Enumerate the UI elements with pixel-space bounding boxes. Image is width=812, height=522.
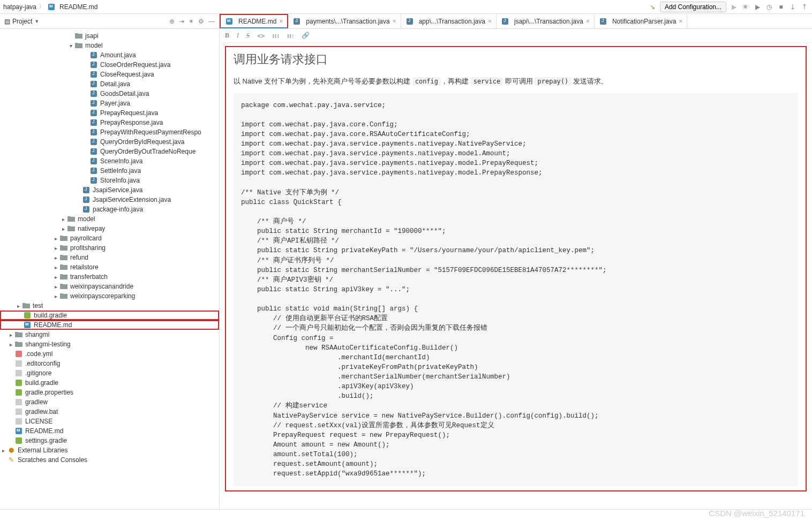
expand-icon[interactable]: ▸	[52, 255, 59, 261]
tree-folder[interactable]: ▸test	[0, 301, 219, 311]
editor-tab[interactable]: jsapi\...\Transaction.java×	[497, 14, 595, 28]
tree-label: gradlew.bat	[25, 408, 58, 415]
hide-icon[interactable]: —	[208, 18, 215, 25]
sidebar-title[interactable]: ▤ Project ▼	[4, 18, 169, 25]
breadcrumb-file[interactable]: README.md	[47, 3, 97, 11]
tree-file[interactable]: build.gradle	[0, 311, 219, 320]
tree-java-file[interactable]: Detail.java	[0, 79, 219, 89]
breadcrumb-project[interactable]: hatpay-java	[3, 3, 36, 11]
git-push-icon[interactable]: ⤒	[800, 3, 809, 11]
tree-java-file[interactable]: QueryOrderByIdRequest.java	[0, 137, 219, 147]
h1-button[interactable]: H1	[272, 33, 279, 39]
tree-file[interactable]: gradle.properties	[0, 388, 219, 397]
expand-icon[interactable]: ▸	[0, 448, 7, 453]
file-icon	[89, 177, 98, 184]
close-icon[interactable]: ×	[279, 18, 283, 25]
tree-java-file[interactable]: SceneInfo.java	[0, 156, 219, 166]
tree-folder[interactable]: ▸model	[0, 214, 219, 224]
expand-icon[interactable]: ▸	[52, 274, 59, 280]
run-icon[interactable]: ▶	[730, 3, 738, 11]
tree-file[interactable]: README.md	[0, 320, 219, 330]
profile-icon[interactable]: ◷	[765, 3, 773, 11]
tree-folder[interactable]: ▸nativepay	[0, 224, 219, 233]
tree-file[interactable]: gradlew	[0, 397, 219, 407]
tree-java-file[interactable]: Amount.java	[0, 50, 219, 60]
collapse-icon[interactable]: ✶	[189, 18, 194, 25]
tree-scratches[interactable]: ✎Scratches and Consoles	[0, 455, 219, 465]
tree-file[interactable]: .gitignore	[0, 368, 219, 378]
tree-java-file[interactable]: PrepayWithRequestPaymentRespo	[0, 127, 219, 137]
coverage-icon[interactable]: ▶	[753, 3, 762, 11]
expand-icon[interactable]: ▸	[52, 284, 59, 290]
tree-java-file[interactable]: Payer.java	[0, 99, 219, 108]
tree-file[interactable]: gradlew.bat	[0, 407, 219, 417]
tree-folder[interactable]: ▸retailstore	[0, 262, 219, 272]
expand-icon[interactable]: ▸	[15, 303, 22, 309]
tree-folder[interactable]: ▸weixinpayscoreparking	[0, 291, 219, 301]
tree-folder-model[interactable]: ▾model	[0, 41, 219, 50]
tree-java-file[interactable]: JsapiService.java	[0, 185, 219, 195]
tree-java-file[interactable]: StoreInfo.java	[0, 176, 219, 185]
code-button[interactable]: <>	[257, 32, 265, 40]
tree-external-libraries[interactable]: ▸⬢External Libraries	[0, 445, 219, 455]
tree-folder[interactable]: ▸shangmi-testing	[0, 339, 219, 349]
doc-paragraph: 以 Native 支付下单为例，先补充商户号等必要参数以构建 config，再构…	[234, 75, 798, 88]
top-bar: hatpay-java 〉 README.md ↘ Add Configurat…	[0, 0, 812, 14]
code-block: package com.wechat.pay.java.service; imp…	[234, 93, 798, 487]
tree-java-file[interactable]: GoodsDetail.java	[0, 89, 219, 99]
expand-icon[interactable]: ▸	[52, 236, 59, 241]
tree-java-file[interactable]: CloseRequest.java	[0, 70, 219, 79]
tree-java-file[interactable]: QueryOrderByOutTradeNoReque	[0, 147, 219, 156]
tree-folder[interactable]: ▸shangmi	[0, 330, 219, 339]
link-button[interactable]: 🔗	[302, 32, 310, 40]
tree-java-file[interactable]: SettleInfo.java	[0, 166, 219, 176]
tree-folder[interactable]: ▸refund	[0, 253, 219, 262]
tree-file[interactable]: README.md	[0, 426, 219, 436]
tree-java-file[interactable]: CloseOrderRequest.java	[0, 60, 219, 70]
tree-folder[interactable]: ▸weixinpayscanandride	[0, 282, 219, 291]
git-pull-icon[interactable]: ⤓	[788, 3, 797, 11]
tree-folder-jsapi[interactable]: jsapi	[0, 31, 219, 41]
strike-button[interactable]: S	[246, 32, 250, 40]
close-icon[interactable]: ×	[586, 18, 590, 25]
expand-icon[interactable]: ▸	[60, 216, 67, 222]
tree-file[interactable]: build.gradle	[0, 378, 219, 388]
h1up-button[interactable]: H↑	[287, 33, 294, 39]
tree-file[interactable]: LICENSE	[0, 417, 219, 426]
editor-tab[interactable]: app\...\Transaction.java×	[401, 14, 497, 28]
expand-icon[interactable]: ▸	[7, 332, 14, 338]
expand-icon[interactable]: ▸	[60, 226, 67, 232]
build-icon[interactable]: ↘	[648, 3, 657, 11]
tree-java-file[interactable]: JsapiServiceExtension.java	[0, 195, 219, 205]
expand-icon[interactable]: ▸	[52, 245, 59, 251]
tree-java-file[interactable]: PrepayResponse.java	[0, 118, 219, 127]
file-icon	[14, 437, 23, 444]
tree-java-file[interactable]: package-info.java	[0, 205, 219, 214]
editor-tab[interactable]: payments\...\Transaction.java×	[288, 14, 401, 28]
expand-icon[interactable]: ▸	[52, 264, 59, 270]
tree-file[interactable]: .editorconfig	[0, 359, 219, 368]
file-icon	[23, 312, 32, 319]
tree-folder[interactable]: ▸profitsharing	[0, 243, 219, 253]
expand-icon[interactable]: ▸	[52, 293, 59, 299]
close-icon[interactable]: ×	[393, 18, 396, 25]
tree-java-file[interactable]: PrepayRequest.java	[0, 108, 219, 118]
settings-icon[interactable]: ⚙	[198, 18, 204, 25]
expand-icon[interactable]: ⇥	[179, 18, 184, 25]
tree-file[interactable]: settings.gradle	[0, 436, 219, 445]
expand-icon[interactable]: ▾	[67, 43, 74, 49]
select-file-icon[interactable]: ⊕	[169, 18, 175, 25]
editor-tab[interactable]: NotificationParser.java×	[595, 14, 687, 28]
stop-icon[interactable]: ■	[777, 3, 785, 11]
add-configuration-button[interactable]: Add Configuration...	[660, 2, 726, 12]
close-icon[interactable]: ×	[488, 18, 492, 25]
bold-button[interactable]: B	[225, 32, 229, 40]
editor-tab[interactable]: README.md×	[220, 14, 288, 28]
debug-icon[interactable]: ⛯	[741, 3, 750, 11]
tree-folder[interactable]: ▸transferbatch	[0, 272, 219, 282]
tree-file[interactable]: .code.yml	[0, 349, 219, 359]
italic-button[interactable]: I	[237, 32, 239, 40]
close-icon[interactable]: ×	[679, 18, 682, 25]
tree-folder[interactable]: ▸payrollcard	[0, 233, 219, 243]
expand-icon[interactable]: ▸	[7, 342, 14, 347]
